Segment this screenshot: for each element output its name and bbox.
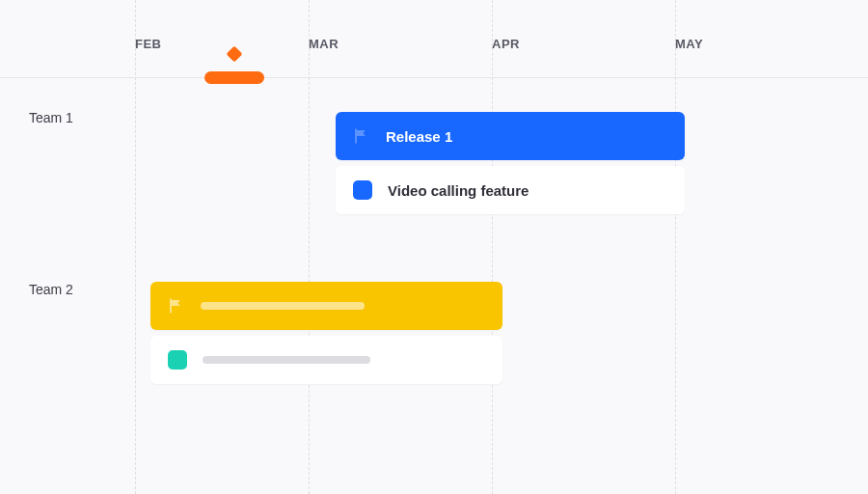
timeline-header	[0, 0, 868, 78]
team-label-2: Team 2	[29, 282, 73, 297]
month-gridline-feb	[135, 0, 136, 494]
issue-color-icon	[168, 350, 187, 370]
issue-bar-team1[interactable]: Video calling feature	[336, 166, 685, 214]
release-title-placeholder	[201, 302, 365, 310]
month-label-may: MAY	[675, 37, 703, 51]
month-gridline-may	[675, 0, 676, 494]
issue-title: Video calling feature	[388, 182, 529, 199]
release-bar-team2[interactable]	[150, 282, 502, 330]
month-gridline-apr	[492, 0, 493, 494]
month-label-apr: APR	[492, 37, 520, 51]
issue-bar-team2[interactable]	[150, 336, 502, 384]
team-label-1: Team 1	[29, 110, 73, 125]
today-marker-handle[interactable]	[204, 71, 264, 84]
flag-icon	[353, 127, 370, 145]
month-gridline-mar	[309, 0, 310, 494]
flag-icon	[168, 297, 185, 315]
issue-color-icon	[353, 180, 372, 200]
release-bar-team1[interactable]: Release 1	[336, 112, 685, 160]
month-label-mar: MAR	[309, 37, 339, 51]
release-title: Release 1	[386, 128, 452, 145]
month-label-feb: FEB	[135, 37, 162, 51]
issue-title-placeholder	[203, 356, 370, 364]
